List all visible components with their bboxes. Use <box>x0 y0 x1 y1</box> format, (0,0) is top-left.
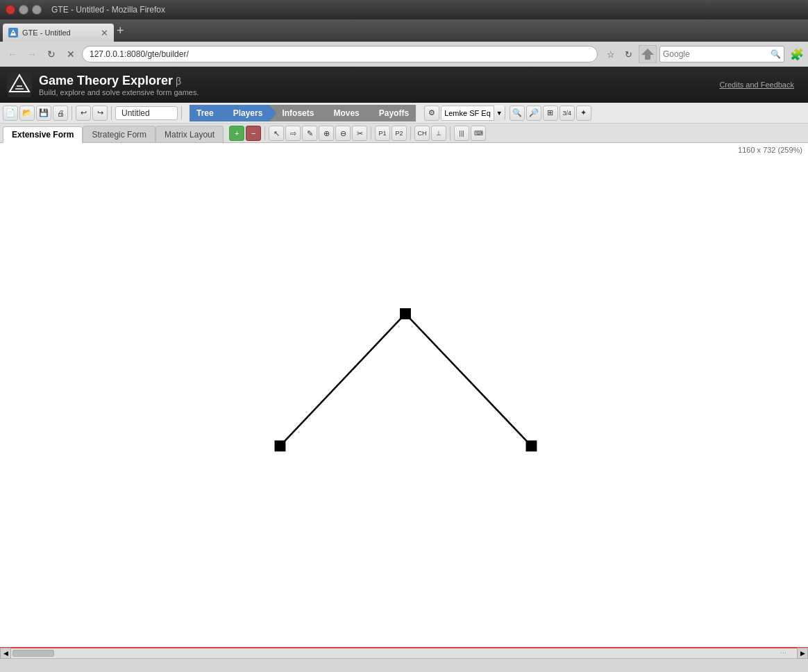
refresh-icon[interactable]: ↻ <box>621 47 636 62</box>
app-header: Game Theory Explorer β Build, explore an… <box>0 67 808 103</box>
breadcrumb-nav: Tree Players Infosets Moves Payoffs <box>190 105 416 121</box>
horizontal-scrollbar[interactable]: ◀ ⋯ ▶ <box>0 647 808 658</box>
title-bar: GTE - Untitled - Mozilla Firefox <box>0 0 808 19</box>
search-box: 🔍 <box>659 46 784 62</box>
svg-rect-4 <box>645 55 650 60</box>
stop-button[interactable]: ✕ <box>62 46 79 62</box>
tab-strategic-form[interactable]: Strategic Form <box>83 126 155 142</box>
sep-t2-4 <box>450 126 451 140</box>
beta-label: β <box>176 76 181 87</box>
window-controls <box>6 5 42 15</box>
browser-tab-bar: GTE - Untitled ✕ + <box>0 19 808 42</box>
link-tool-button[interactable]: ⊕ <box>319 126 334 141</box>
algorithm-dropdown-arrow[interactable]: ▼ <box>494 106 505 121</box>
algorithm-group: ⚙ Lemke SF Eq ▼ <box>424 106 505 121</box>
back-button[interactable]: ← <box>4 46 21 62</box>
url-input[interactable] <box>82 46 598 62</box>
separator-3 <box>181 106 182 120</box>
separator-2 <box>111 106 112 120</box>
tab-label: GTE - Untitled <box>22 28 71 37</box>
tab-favicon <box>8 28 18 37</box>
action-tool-button[interactable]: ⇨ <box>285 126 301 141</box>
save-file-button[interactable]: 💾 <box>36 106 51 121</box>
app-subtitle: Build, explore and solve extensive form … <box>39 88 199 96</box>
view-tab-row: Extensive Form Strategic Form Matrix Lay… <box>0 124 808 143</box>
zoom-custom-button[interactable]: 3/4 <box>559 106 575 121</box>
edit-tool-button[interactable]: ✎ <box>302 126 317 141</box>
browser-tab[interactable]: GTE - Untitled ✕ <box>3 24 114 42</box>
layout-custom-button[interactable]: ⌨ <box>471 126 486 141</box>
scroll-right-button[interactable]: ▶ <box>797 648 808 659</box>
breadcrumb-moves-arrow <box>367 105 373 121</box>
tab-extensive-form[interactable]: Extensive Form <box>3 126 83 143</box>
toolbar-row1: 📄 📂 💾 🖨 ↩ ↪ Untitled Tree Players Infose… <box>0 103 808 124</box>
sep-t2-3 <box>410 126 411 140</box>
tab-close-icon[interactable]: ✕ <box>101 28 108 38</box>
home-button[interactable] <box>639 45 657 63</box>
tab-matrix-layout[interactable]: Matrix Layout <box>155 126 224 142</box>
add-node-button[interactable]: + <box>229 126 244 141</box>
scrollbar-thumb[interactable] <box>12 650 54 657</box>
credits-link[interactable]: Credits and Feedback <box>719 81 794 89</box>
tree-edge-right <box>405 314 532 446</box>
print-button[interactable]: 🖨 <box>53 106 68 121</box>
window-title: GTE - Untitled - Mozilla Firefox <box>51 5 165 15</box>
app-title-group: Game Theory Explorer β Build, explore an… <box>39 74 199 96</box>
zoom-in-button[interactable]: 🔍 <box>510 106 525 121</box>
layout-auto-button[interactable]: ||| <box>454 126 469 141</box>
terminal-assign-button[interactable]: ⊥ <box>431 126 446 141</box>
tree-right-node[interactable] <box>526 440 537 451</box>
move-tool-button[interactable]: ↖ <box>269 126 284 141</box>
remove-node-button[interactable]: − <box>246 126 261 141</box>
algorithm-select[interactable]: Lemke SF Eq ▼ <box>441 106 505 121</box>
sep-t2-1 <box>264 126 265 140</box>
toolbar-row2: + − ↖ ⇨ ✎ ⊕ ⊖ ✂ P1 P2 CH ⊥ ||| ⌨ <box>226 124 489 142</box>
redo-button[interactable]: ↪ <box>92 106 108 121</box>
open-file-button[interactable]: 📂 <box>19 106 35 121</box>
p1-assign-button[interactable]: P1 <box>375 126 390 141</box>
breadcrumb-players[interactable]: Players <box>221 105 270 121</box>
maximize-button[interactable] <box>32 5 42 15</box>
scrollbar-track[interactable] <box>12 650 768 657</box>
zoom-out-button[interactable]: 🔎 <box>526 106 541 121</box>
algo-settings-button[interactable]: ⚙ <box>424 106 439 121</box>
breadcrumb-players-arrow <box>269 105 276 121</box>
tree-root-node[interactable] <box>400 308 411 319</box>
cut-subtree-button[interactable]: ✂ <box>352 126 367 141</box>
breadcrumb-infosets-arrow <box>321 105 328 121</box>
tree-left-node[interactable] <box>275 440 286 451</box>
minimize-button[interactable] <box>19 5 28 15</box>
algorithm-label: Lemke SF Eq <box>441 109 494 117</box>
search-input[interactable] <box>663 49 768 59</box>
breadcrumb-payoffs[interactable]: Payoffs <box>367 105 416 121</box>
new-tab-button[interactable]: + <box>117 24 124 38</box>
status-bar <box>0 658 808 672</box>
tree-edge-left <box>280 314 405 446</box>
breadcrumb-infosets[interactable]: Infosets <box>269 105 321 121</box>
close-button[interactable] <box>6 5 15 15</box>
zoom-fit-button[interactable]: ⊞ <box>543 106 558 121</box>
chance-assign-button[interactable]: CH <box>414 126 430 141</box>
sep-t2-2 <box>371 126 371 140</box>
zoom-reset-button[interactable]: ✦ <box>576 106 591 121</box>
separator-1 <box>71 106 72 120</box>
app-title: Game Theory Explorer <box>39 74 173 88</box>
unlink-tool-button[interactable]: ⊖ <box>335 126 351 141</box>
breadcrumb-tree[interactable]: Tree <box>190 105 221 121</box>
game-tree-svg <box>0 143 808 647</box>
zoom-tools: 🔍 🔎 ⊞ 3/4 ✦ <box>510 106 591 121</box>
forward-button[interactable]: → <box>24 46 40 62</box>
scroll-resize-handle[interactable]: ⋯ <box>769 650 797 657</box>
canvas-area[interactable]: 1160 x 732 (259%) <box>0 143 808 647</box>
p2-assign-button[interactable]: P2 <box>392 126 407 141</box>
search-icon[interactable]: 🔍 <box>771 49 781 59</box>
undo-button[interactable]: ↩ <box>76 106 91 121</box>
extensions-icon[interactable]: 🧩 <box>790 48 804 61</box>
scroll-left-button[interactable]: ◀ <box>0 648 11 659</box>
reload-button[interactable]: ↻ <box>43 46 60 62</box>
bookmark-star-icon[interactable]: ☆ <box>603 47 618 62</box>
url-icons: ☆ ↻ <box>603 47 636 62</box>
file-title[interactable]: Untitled <box>115 106 178 120</box>
new-file-button[interactable]: 📄 <box>3 106 18 121</box>
breadcrumb-tree-arrow <box>221 105 228 121</box>
